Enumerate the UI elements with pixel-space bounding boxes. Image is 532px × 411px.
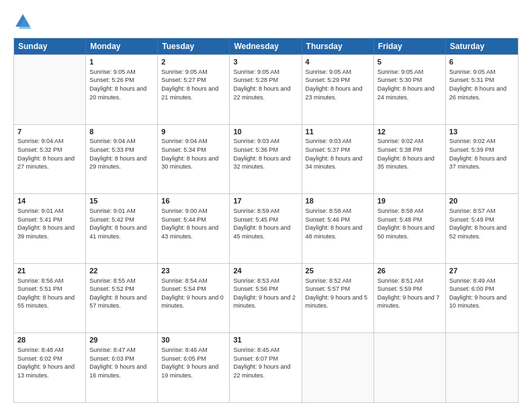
cell-info: Sunrise: 8:51 AMSunset: 5:59 PMDaylight:…	[378, 277, 442, 310]
cal-cell-5-4: 31Sunrise: 8:45 AMSunset: 6:07 PMDayligh…	[230, 333, 302, 402]
day-number: 8	[89, 127, 154, 137]
day-number: 3	[233, 57, 298, 67]
cell-info: Sunrise: 8:47 AMSunset: 6:03 PMDaylight:…	[89, 346, 154, 379]
cal-cell-2-1: 7Sunrise: 9:04 AMSunset: 5:32 PMDaylight…	[14, 125, 86, 194]
cal-cell-1-1	[14, 55, 86, 124]
week-row-5: 28Sunrise: 8:48 AMSunset: 6:02 PMDayligh…	[14, 332, 518, 402]
day-number: 5	[378, 57, 442, 67]
day-number: 4	[306, 57, 370, 67]
day-number: 12	[378, 127, 442, 137]
cell-info: Sunrise: 9:03 AMSunset: 5:36 PMDaylight:…	[233, 137, 298, 171]
cal-cell-4-6: 26Sunrise: 8:51 AMSunset: 5:59 PMDayligh…	[374, 264, 446, 333]
cal-cell-1-7: 6Sunrise: 9:05 AMSunset: 5:31 PMDaylight…	[446, 55, 518, 124]
cal-cell-2-2: 8Sunrise: 9:04 AMSunset: 5:33 PMDaylight…	[86, 125, 158, 194]
cal-cell-5-7	[446, 333, 518, 402]
cell-info: Sunrise: 9:01 AMSunset: 5:41 PMDaylight:…	[17, 207, 82, 240]
cal-cell-4-2: 22Sunrise: 8:55 AMSunset: 5:52 PMDayligh…	[86, 264, 158, 333]
cell-info: Sunrise: 8:53 AMSunset: 5:56 PMDaylight:…	[233, 277, 298, 310]
cell-info: Sunrise: 9:03 AMSunset: 5:37 PMDaylight:…	[306, 137, 370, 171]
cell-info: Sunrise: 9:05 AMSunset: 5:27 PMDaylight:…	[161, 68, 226, 101]
cell-info: Sunrise: 9:01 AMSunset: 5:42 PMDaylight:…	[89, 207, 154, 240]
week-row-3: 14Sunrise: 9:01 AMSunset: 5:41 PMDayligh…	[14, 193, 518, 263]
cal-cell-1-3: 2Sunrise: 9:05 AMSunset: 5:27 PMDaylight…	[158, 55, 230, 124]
cell-info: Sunrise: 9:02 AMSunset: 5:38 PMDaylight:…	[378, 137, 442, 171]
cell-info: Sunrise: 8:45 AMSunset: 6:07 PMDaylight:…	[233, 346, 298, 379]
logo-icon	[13, 12, 32, 31]
cal-cell-1-2: 1Sunrise: 9:05 AMSunset: 5:26 PMDaylight…	[86, 55, 158, 124]
day-number: 11	[306, 127, 370, 137]
cell-info: Sunrise: 8:54 AMSunset: 5:54 PMDaylight:…	[161, 277, 226, 310]
day-number: 17	[233, 196, 298, 206]
cal-cell-5-3: 30Sunrise: 8:46 AMSunset: 6:05 PMDayligh…	[158, 333, 230, 402]
day-number: 14	[17, 196, 82, 206]
day-number: 20	[449, 196, 515, 206]
cal-cell-3-4: 17Sunrise: 8:59 AMSunset: 5:45 PMDayligh…	[230, 194, 302, 263]
cal-cell-5-2: 29Sunrise: 8:47 AMSunset: 6:03 PMDayligh…	[86, 333, 158, 402]
day-header-sunday: Sunday	[14, 38, 86, 54]
cal-cell-1-5: 4Sunrise: 9:05 AMSunset: 5:29 PMDaylight…	[302, 55, 374, 124]
day-number: 29	[89, 335, 154, 345]
cell-info: Sunrise: 9:05 AMSunset: 5:31 PMDaylight:…	[449, 68, 515, 101]
cal-cell-1-6: 5Sunrise: 9:05 AMSunset: 5:30 PMDaylight…	[374, 55, 446, 124]
day-header-saturday: Saturday	[446, 38, 518, 54]
cal-cell-4-5: 25Sunrise: 8:52 AMSunset: 5:57 PMDayligh…	[302, 264, 374, 333]
cal-cell-2-6: 12Sunrise: 9:02 AMSunset: 5:38 PMDayligh…	[374, 125, 446, 194]
day-number: 6	[449, 57, 515, 67]
cal-cell-3-7: 20Sunrise: 8:57 AMSunset: 5:49 PMDayligh…	[446, 194, 518, 263]
cal-cell-1-4: 3Sunrise: 9:05 AMSunset: 5:28 PMDaylight…	[230, 55, 302, 124]
day-number: 22	[89, 266, 154, 276]
cal-cell-2-4: 10Sunrise: 9:03 AMSunset: 5:36 PMDayligh…	[230, 125, 302, 194]
day-number: 10	[233, 127, 298, 137]
day-number: 24	[233, 266, 298, 276]
day-header-tuesday: Tuesday	[158, 38, 230, 54]
week-row-1: 1Sunrise: 9:05 AMSunset: 5:26 PMDaylight…	[14, 54, 518, 124]
day-number: 9	[161, 127, 226, 137]
calendar-body: 1Sunrise: 9:05 AMSunset: 5:26 PMDaylight…	[14, 54, 518, 402]
cell-info: Sunrise: 9:05 AMSunset: 5:30 PMDaylight:…	[378, 68, 442, 101]
cell-info: Sunrise: 9:00 AMSunset: 5:44 PMDaylight:…	[161, 207, 226, 240]
cal-cell-3-2: 15Sunrise: 9:01 AMSunset: 5:42 PMDayligh…	[86, 194, 158, 263]
header	[13, 12, 519, 31]
cal-cell-5-5	[302, 333, 374, 402]
day-number: 21	[17, 266, 82, 276]
day-number: 26	[378, 266, 442, 276]
day-number: 30	[161, 335, 226, 345]
day-number: 13	[449, 127, 515, 137]
day-header-monday: Monday	[86, 38, 158, 54]
day-number: 31	[233, 335, 298, 345]
cal-cell-4-4: 24Sunrise: 8:53 AMSunset: 5:56 PMDayligh…	[230, 264, 302, 333]
day-number: 18	[306, 196, 370, 206]
day-number: 19	[378, 196, 442, 206]
day-number: 27	[449, 266, 515, 276]
cell-info: Sunrise: 8:52 AMSunset: 5:57 PMDaylight:…	[306, 277, 370, 310]
cal-cell-2-7: 13Sunrise: 9:02 AMSunset: 5:39 PMDayligh…	[446, 125, 518, 194]
cell-info: Sunrise: 8:48 AMSunset: 6:02 PMDaylight:…	[17, 346, 82, 379]
cal-cell-5-1: 28Sunrise: 8:48 AMSunset: 6:02 PMDayligh…	[14, 333, 86, 402]
day-number: 15	[89, 196, 154, 206]
day-number: 28	[17, 335, 82, 345]
week-row-4: 21Sunrise: 8:56 AMSunset: 5:51 PMDayligh…	[14, 263, 518, 333]
cell-info: Sunrise: 8:46 AMSunset: 6:05 PMDaylight:…	[161, 346, 226, 379]
logo	[13, 12, 35, 31]
cal-cell-4-1: 21Sunrise: 8:56 AMSunset: 5:51 PMDayligh…	[14, 264, 86, 333]
day-number: 16	[161, 196, 226, 206]
cell-info: Sunrise: 8:58 AMSunset: 5:48 PMDaylight:…	[378, 207, 442, 240]
cell-info: Sunrise: 9:05 AMSunset: 5:26 PMDaylight:…	[89, 68, 154, 101]
cell-info: Sunrise: 8:49 AMSunset: 6:00 PMDaylight:…	[449, 277, 515, 310]
cell-info: Sunrise: 9:04 AMSunset: 5:33 PMDaylight:…	[89, 137, 154, 171]
cell-info: Sunrise: 9:04 AMSunset: 5:34 PMDaylight:…	[161, 137, 226, 171]
cal-cell-2-5: 11Sunrise: 9:03 AMSunset: 5:37 PMDayligh…	[302, 125, 374, 194]
cell-info: Sunrise: 9:02 AMSunset: 5:39 PMDaylight:…	[449, 137, 515, 171]
cal-cell-3-1: 14Sunrise: 9:01 AMSunset: 5:41 PMDayligh…	[14, 194, 86, 263]
day-number: 2	[161, 57, 226, 67]
calendar-header: SundayMondayTuesdayWednesdayThursdayFrid…	[14, 38, 518, 54]
cell-info: Sunrise: 8:56 AMSunset: 5:51 PMDaylight:…	[17, 277, 82, 310]
day-header-friday: Friday	[374, 38, 446, 54]
cal-cell-3-6: 19Sunrise: 8:58 AMSunset: 5:48 PMDayligh…	[374, 194, 446, 263]
day-number: 25	[306, 266, 370, 276]
day-number: 23	[161, 266, 226, 276]
cell-info: Sunrise: 8:57 AMSunset: 5:49 PMDaylight:…	[449, 207, 515, 240]
day-number: 7	[17, 127, 82, 137]
cal-cell-3-5: 18Sunrise: 8:58 AMSunset: 5:46 PMDayligh…	[302, 194, 374, 263]
cell-info: Sunrise: 9:05 AMSunset: 5:28 PMDaylight:…	[233, 68, 298, 101]
